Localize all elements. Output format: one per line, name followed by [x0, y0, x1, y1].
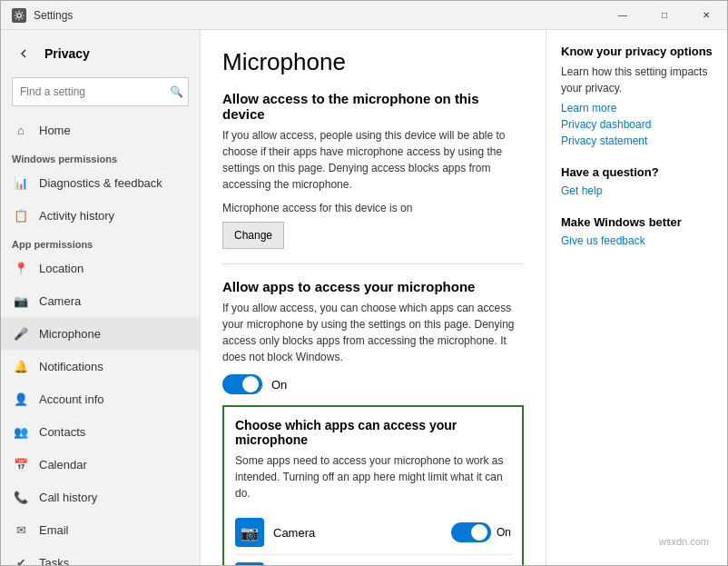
search-icon: 🔍	[170, 85, 183, 98]
settings-icon	[12, 8, 26, 23]
learn-more-link[interactable]: Learn more	[561, 102, 713, 114]
section2-title: Allow apps to access your microphone	[222, 279, 524, 294]
titlebar: Settings — □ ✕	[1, 1, 727, 30]
toggle-knob	[242, 376, 259, 392]
sidebar-item-notifications[interactable]: 🔔 Notifications	[1, 350, 200, 382]
privacy-dashboard-link[interactable]: Privacy dashboard	[561, 118, 713, 131]
back-button[interactable]	[12, 41, 37, 66]
tasks-icon: ✔	[12, 553, 30, 565]
camera-icon: 📷	[12, 292, 30, 310]
svg-point-0	[17, 13, 22, 17]
watermark: wsxdn.com	[659, 536, 709, 547]
privacy-statement-link[interactable]: Privacy statement	[561, 134, 713, 147]
sidebar-item-diagnostics[interactable]: 📊 Diagnostics & feedback	[1, 166, 200, 199]
microphone-icon: 🎤	[12, 324, 30, 343]
camera-app-name: Camera	[273, 526, 451, 540]
green-box-desc: Some apps need to access your microphone…	[235, 452, 511, 501]
sidebar-item-tasks[interactable]: ✔ Tasks	[1, 546, 200, 565]
get-help-link[interactable]: Get help	[561, 184, 713, 197]
change-button[interactable]: Change	[222, 222, 284, 249]
right-panel: Know your privacy options Learn how this…	[546, 30, 727, 565]
sidebar-item-call-history[interactable]: 📞 Call history	[1, 481, 200, 513]
sidebar-item-camera[interactable]: 📷 Camera	[1, 284, 200, 317]
notifications-icon: 🔔	[12, 357, 30, 375]
privacy-options-desc: Learn how this setting impacts your priv…	[561, 64, 713, 96]
green-box: Choose which apps can access your microp…	[222, 405, 524, 565]
page-title: Microphone	[222, 48, 524, 76]
app-permissions-label: App permissions	[1, 232, 200, 252]
calendar-icon: 📅	[12, 455, 30, 473]
email-icon: ✉	[12, 521, 30, 539]
camera-toggle-label: On	[497, 526, 511, 539]
activity-icon: 📋	[12, 206, 30, 224]
main-toggle-row: On	[222, 374, 524, 394]
sidebar: Privacy 🔍 ⌂ Home Windows permissions 📊 D…	[1, 30, 201, 565]
windows-permissions-label: Windows permissions	[1, 146, 200, 166]
sidebar-item-home[interactable]: ⌂ Home	[1, 114, 200, 146]
home-icon: ⌂	[12, 121, 30, 139]
feedback-section: Make Windows better Give us feedback	[561, 215, 713, 247]
cortana-app-icon: O	[235, 562, 264, 565]
call-icon: 📞	[12, 488, 30, 506]
section2-desc: If you allow access, you can choose whic…	[222, 300, 524, 365]
titlebar-title: Settings	[34, 9, 73, 22]
location-icon: 📍	[12, 259, 30, 277]
section1-desc: If you allow access, people using this d…	[222, 127, 524, 193]
contacts-icon: 👥	[12, 422, 30, 441]
diagnostics-icon: 📊	[12, 174, 30, 192]
give-feedback-link[interactable]: Give us feedback	[561, 234, 713, 247]
sidebar-item-activity[interactable]: 📋 Activity history	[1, 199, 200, 232]
sidebar-item-calendar[interactable]: 📅 Calendar	[1, 448, 200, 481]
sidebar-title: Privacy	[44, 46, 90, 61]
section1-title: Allow access to the microphone on this d…	[222, 91, 524, 122]
sidebar-item-location[interactable]: 📍 Location	[1, 252, 200, 284]
camera-app-icon: 📷	[235, 518, 264, 547]
question-section: Have a question? Get help	[561, 165, 713, 197]
close-button[interactable]: ✕	[685, 1, 727, 30]
search-input[interactable]	[12, 77, 189, 106]
app-row-cortana: O Cortana Off	[235, 555, 511, 565]
green-box-title: Choose which apps can access your microp…	[235, 418, 511, 447]
privacy-options-section: Know your privacy options Learn how this…	[561, 45, 713, 147]
feedback-title: Make Windows better	[561, 215, 713, 229]
sidebar-item-email[interactable]: ✉ Email	[1, 513, 200, 546]
privacy-options-title: Know your privacy options	[561, 45, 713, 58]
account-icon: 👤	[12, 390, 30, 408]
main-toggle-label: On	[271, 378, 287, 392]
main-microphone-toggle[interactable]	[222, 374, 262, 394]
status-text: Microphone access for this device is on	[222, 202, 524, 214]
camera-toggle[interactable]	[451, 522, 491, 542]
app-row-camera: 📷 Camera On	[235, 511, 511, 555]
question-title: Have a question?	[561, 165, 713, 179]
sidebar-item-account-info[interactable]: 👤 Account info	[1, 382, 200, 415]
window-controls: — □ ✕	[602, 1, 727, 30]
maximize-button[interactable]: □	[644, 1, 685, 30]
sidebar-item-microphone[interactable]: 🎤 Microphone	[1, 317, 200, 350]
main-content: Microphone Allow access to the microphon…	[201, 30, 546, 565]
sidebar-item-contacts[interactable]: 👥 Contacts	[1, 415, 200, 448]
toggle-knob	[471, 524, 487, 541]
divider1	[222, 263, 524, 264]
minimize-button[interactable]: —	[602, 1, 644, 30]
